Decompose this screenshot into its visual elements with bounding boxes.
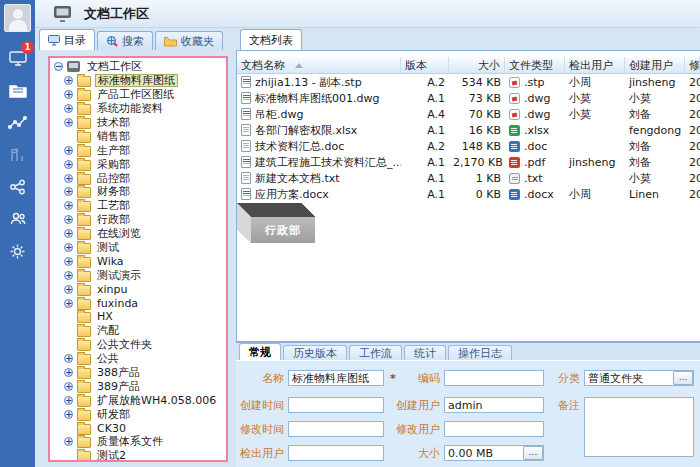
tree-item[interactable]: + 产品工作区图纸 bbox=[54, 88, 226, 102]
tree-item[interactable]: + 系统功能资料 bbox=[54, 102, 226, 116]
collapse-icon[interactable]: − bbox=[54, 62, 63, 71]
tree-item[interactable]: + 扩展放舱WH4.058.006 bbox=[54, 393, 226, 407]
expand-icon[interactable]: + bbox=[64, 229, 73, 238]
tree-item[interactable]: + xinpu bbox=[54, 282, 226, 296]
detail-tab[interactable]: 历史版本 bbox=[283, 345, 347, 360]
expand-icon[interactable]: + bbox=[64, 396, 73, 405]
column-header-version[interactable]: 版本 bbox=[401, 57, 449, 74]
tree-item[interactable]: + 389产品 bbox=[54, 379, 226, 393]
tree-item[interactable]: + 行政部 bbox=[54, 213, 226, 227]
expand-icon[interactable]: + bbox=[64, 243, 73, 252]
detail-tab[interactable]: 统计 bbox=[404, 345, 446, 360]
code-field[interactable] bbox=[444, 370, 544, 386]
document-name: 标准物料库图纸001.dwg bbox=[255, 91, 379, 106]
tree-root[interactable]: − 文档工作区 bbox=[54, 60, 226, 74]
column-header-checkout-user[interactable]: 检出用户 bbox=[565, 57, 625, 74]
document-version: A.4 bbox=[401, 108, 449, 121]
column-header-name[interactable]: 文档名称 bbox=[237, 57, 401, 74]
created-by-field[interactable] bbox=[444, 397, 544, 413]
note-field[interactable] bbox=[584, 397, 694, 457]
expand-icon[interactable]: + bbox=[64, 354, 73, 363]
table-row[interactable]: 建筑工程施工技术资料汇总_... A.1 2,170 KB .pdf jinsh… bbox=[237, 154, 700, 170]
column-header-filetype[interactable]: 文件类型 bbox=[505, 57, 565, 74]
tree-item[interactable]: + 研发部 bbox=[54, 407, 226, 421]
expand-icon[interactable]: + bbox=[64, 368, 73, 377]
expand-icon[interactable]: + bbox=[64, 76, 73, 85]
expand-icon[interactable]: + bbox=[64, 201, 73, 210]
tree-item[interactable]: + fuxinda bbox=[54, 296, 226, 310]
user-avatar[interactable] bbox=[4, 4, 31, 32]
tree-item[interactable]: + 公共 bbox=[54, 352, 226, 366]
tree-item[interactable]: + 388产品 bbox=[54, 366, 226, 380]
expand-icon[interactable]: + bbox=[64, 215, 73, 224]
tree-item[interactable]: + Wika bbox=[54, 254, 226, 268]
tree-item[interactable]: + 测试演示 bbox=[54, 268, 226, 282]
settings-gear-icon[interactable] bbox=[0, 236, 35, 266]
detail-tab[interactable]: 操作日志 bbox=[448, 345, 512, 360]
expand-icon[interactable]: + bbox=[64, 285, 73, 294]
table-row[interactable]: 标准物料库图纸001.dwg A.1 73 KB .dwg 小莫 小莫 bbox=[237, 90, 700, 106]
size-browse-button[interactable]: ... bbox=[523, 446, 543, 460]
category-browse-button[interactable]: ... bbox=[673, 371, 693, 385]
expand-icon[interactable]: + bbox=[64, 187, 73, 196]
expand-icon[interactable]: + bbox=[64, 257, 73, 266]
expand-icon[interactable]: + bbox=[64, 271, 73, 280]
trend-chart-icon[interactable] bbox=[0, 108, 35, 138]
tree-item[interactable]: + 测试2 bbox=[54, 449, 226, 462]
tree-item[interactable]: + 工艺部 bbox=[54, 199, 226, 213]
modified-time-field[interactable] bbox=[288, 421, 384, 437]
expand-icon[interactable]: + bbox=[64, 90, 73, 99]
tree-item[interactable]: + 品控部 bbox=[54, 171, 226, 185]
checkout-by-field[interactable] bbox=[288, 445, 384, 461]
tree-item[interactable]: + 汽配 bbox=[54, 324, 226, 338]
tree-item[interactable]: + 技术部 bbox=[54, 116, 226, 130]
tree-item[interactable]: + 在线浏览 bbox=[54, 227, 226, 241]
expand-icon[interactable]: + bbox=[64, 160, 73, 169]
tree-item[interactable]: + 销售部 bbox=[54, 129, 226, 143]
modified-time: 20 bbox=[685, 140, 700, 153]
tab-directory[interactable]: 目录 bbox=[39, 29, 95, 50]
detail-tab[interactable]: 常规 bbox=[239, 343, 281, 360]
table-row[interactable]: 各部门解密权限.xlsx A.1 16 KB .xlsx fengdong bbox=[237, 122, 700, 138]
expand-icon[interactable]: + bbox=[64, 174, 73, 183]
name-field[interactable] bbox=[288, 370, 384, 386]
tree-item[interactable]: + 采购部 bbox=[54, 157, 226, 171]
expand-icon[interactable]: + bbox=[64, 410, 73, 419]
tree-item[interactable]: + 生产部 bbox=[54, 143, 226, 157]
detail-tab[interactable]: 工作流 bbox=[349, 345, 402, 360]
share-network-icon[interactable] bbox=[0, 172, 35, 202]
column-header-size[interactable]: 大小 bbox=[449, 57, 505, 74]
expand-icon[interactable]: + bbox=[64, 104, 73, 113]
documents-folder-icon[interactable] bbox=[0, 76, 35, 106]
size-label: 大小 bbox=[386, 447, 440, 461]
expand-icon[interactable]: + bbox=[64, 382, 73, 391]
modified-by-field[interactable] bbox=[444, 421, 544, 437]
expand-icon[interactable]: + bbox=[64, 146, 73, 155]
tree-item-label: 公共 bbox=[95, 352, 121, 365]
tree-item[interactable]: + 质量体系文件 bbox=[54, 435, 226, 449]
tab-favorites[interactable]: 收藏夹 bbox=[155, 31, 223, 50]
expand-icon[interactable]: + bbox=[64, 299, 73, 308]
tree-item[interactable]: + 测试 bbox=[54, 241, 226, 255]
tree-item[interactable]: + HX bbox=[54, 310, 226, 324]
tab-document-list[interactable]: 文档列表 bbox=[240, 29, 302, 50]
column-header-modified[interactable]: 修改时间 bbox=[685, 57, 700, 74]
created-time-field[interactable] bbox=[288, 397, 384, 413]
report-chart-icon[interactable] bbox=[0, 140, 35, 170]
users-icon[interactable] bbox=[0, 204, 35, 234]
column-header-creator[interactable]: 创建用户 bbox=[625, 57, 685, 74]
table-row[interactable]: 应用方案.docx A.1 0 KB .docx 小周 Linen bbox=[237, 186, 700, 202]
table-row[interactable]: zhijia1.13 - 副本.stp A.2 534 KB .stp 小周 j… bbox=[237, 74, 700, 90]
folder-icon bbox=[77, 257, 91, 268]
expand-icon[interactable]: + bbox=[64, 118, 73, 127]
expand-icon[interactable]: + bbox=[64, 437, 73, 446]
tree-item[interactable]: + 标准物料库图纸 bbox=[54, 74, 226, 88]
table-row[interactable]: 技术资料汇总.doc A.2 148 KB .doc 刘备 2 bbox=[237, 138, 700, 154]
tree-item[interactable]: + CK30 bbox=[54, 421, 226, 435]
workspace-monitor-icon[interactable]: 1 bbox=[0, 44, 35, 74]
table-row[interactable]: 吊柜.dwg A.4 70 KB .dwg 小莫 刘备 20 bbox=[237, 106, 700, 122]
tab-search[interactable]: 搜索 bbox=[97, 31, 153, 50]
table-row[interactable]: 新建文本文档.txt A.1 1 KB .txt 小莫 20 bbox=[237, 170, 700, 186]
tree-item[interactable]: + 财务部 bbox=[54, 185, 226, 199]
tree-item[interactable]: + 公共文件夹 bbox=[54, 338, 226, 352]
